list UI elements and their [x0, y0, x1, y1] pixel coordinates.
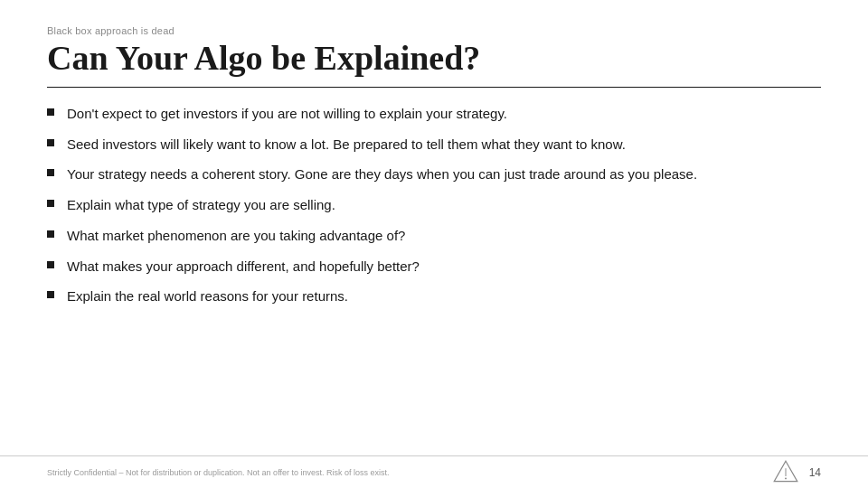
list-item: Seed investors will likely want to know …	[47, 135, 821, 155]
list-item: Don't expect to get investors if you are…	[47, 104, 821, 124]
list-item: Explain the real world reasons for your …	[47, 286, 821, 306]
footer: Strictly Confidential – Not for distribu…	[0, 455, 868, 488]
footer-page-number: 14	[809, 466, 821, 479]
bullet-square-icon	[47, 139, 54, 146]
footer-disclaimer: Strictly Confidential – Not for distribu…	[47, 468, 390, 477]
bullet-square-icon	[47, 108, 54, 116]
list-item: What market phenomenon are you taking ad…	[47, 226, 821, 246]
bullet-square-icon	[47, 261, 54, 268]
bullet-text: What market phenomenon are you taking ad…	[67, 226, 405, 246]
bullet-square-icon	[47, 200, 54, 207]
bullet-text: Don't expect to get investors if you are…	[67, 104, 507, 124]
footer-right: 14	[771, 458, 821, 487]
svg-point-2	[785, 477, 787, 479]
slide: Black box approach is dead Can Your Algo…	[0, 0, 868, 488]
bullet-square-icon	[47, 230, 54, 238]
bullet-text: Explain the real world reasons for your …	[67, 286, 348, 306]
bullet-square-icon	[47, 169, 54, 176]
slide-title: Can Your Algo be Explained?	[47, 40, 821, 88]
list-item: What makes your approach different, and …	[47, 257, 821, 277]
bullet-list: Don't expect to get investors if you are…	[47, 104, 821, 470]
bullet-text: What makes your approach different, and …	[67, 257, 420, 277]
bullet-text: Explain what type of strategy you are se…	[67, 195, 335, 215]
list-item: Explain what type of strategy you are se…	[47, 195, 821, 215]
list-item: Your strategy needs a coherent story. Go…	[47, 164, 821, 184]
bullet-text: Seed investors will likely want to know …	[67, 135, 626, 155]
footer-logo-icon	[771, 458, 800, 487]
bullet-text: Your strategy needs a coherent story. Go…	[67, 164, 697, 184]
bullet-square-icon	[47, 291, 54, 298]
slide-subtitle: Black box approach is dead	[47, 25, 821, 36]
